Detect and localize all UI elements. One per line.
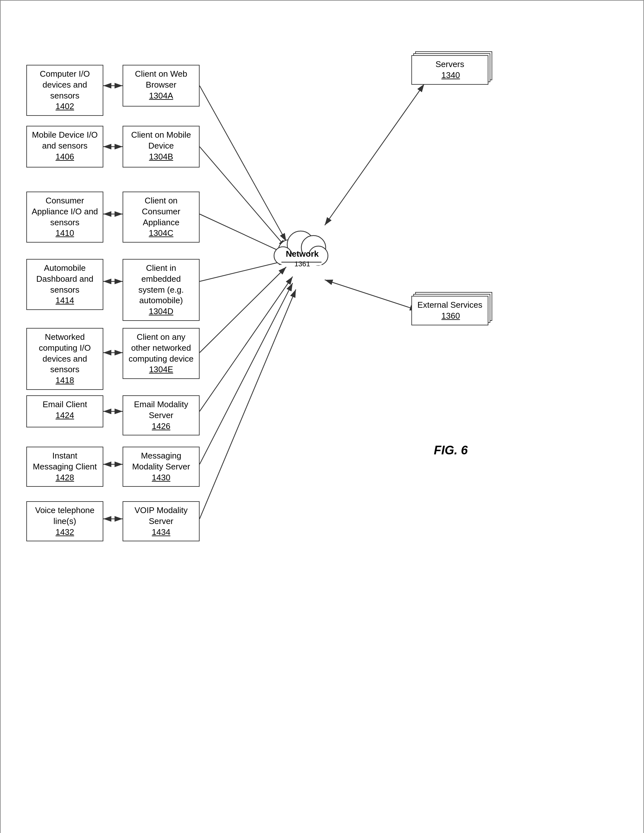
- external-services-stack: External Services 1360: [411, 296, 488, 325]
- client-web-ref: 1304A: [149, 91, 173, 100]
- client-mobile-box: Client on Mobile Device 1304B: [122, 126, 200, 167]
- consumer-io-label: Consumer Appliance I/O and sensors: [32, 196, 98, 227]
- email-modality-box: Email Modality Server 1426: [122, 395, 200, 436]
- networked-io-box: Networked computing I/O devices and sens…: [26, 328, 103, 390]
- network-ref: 1361: [295, 260, 310, 268]
- voice-client-box: Voice telephone line(s) 1432: [26, 501, 103, 541]
- im-client-label: Instant Messaging Client: [33, 451, 97, 471]
- external-services-box: External Services 1360: [411, 296, 488, 325]
- mobile-io-ref: 1406: [56, 152, 74, 161]
- computer-io-box: Computer I/O devices and sensors 1402: [26, 65, 103, 116]
- consumer-io-box: Consumer Appliance I/O and sensors 1410: [26, 191, 103, 243]
- svg-line-19: [200, 289, 296, 519]
- network-label: Network: [286, 249, 319, 259]
- voip-modality-ref: 1434: [152, 527, 171, 537]
- client-web-label: Client on Web Browser: [135, 69, 187, 90]
- client-consumer-box: Client on Consumer Appliance 1304C: [122, 191, 200, 243]
- email-client-box: Email Client 1424: [26, 395, 103, 428]
- networked-io-ref: 1418: [56, 375, 74, 385]
- client-networked-ref: 1304E: [149, 365, 173, 374]
- client-mobile-ref: 1304B: [149, 152, 173, 161]
- network-cloud: Network 1361: [264, 219, 341, 277]
- networked-io-label: Networked computing I/O devices and sens…: [39, 332, 91, 374]
- messaging-modality-box: Messaging Modality Server 1430: [122, 447, 200, 487]
- svg-line-12: [200, 86, 286, 241]
- client-networked-label: Client on any other networked computing …: [129, 332, 193, 363]
- svg-line-18: [200, 283, 293, 464]
- client-embedded-box: Client in embedded system (e.g. automobi…: [122, 259, 200, 321]
- email-modality-ref: 1426: [152, 421, 171, 431]
- servers-ref: 1340: [441, 70, 460, 81]
- svg-line-17: [200, 277, 293, 412]
- auto-io-label: Automobile Dashboard and sensors: [36, 263, 93, 294]
- client-embedded-ref: 1304D: [149, 306, 174, 316]
- im-client-ref: 1428: [56, 473, 74, 482]
- servers-stack: Servers 1340: [411, 55, 488, 84]
- client-embedded-label: Client in embedded system (e.g. automobi…: [138, 263, 184, 305]
- voip-modality-label: VOIP Modality Server: [134, 505, 188, 526]
- auto-io-box: Automobile Dashboard and sensors 1414: [26, 259, 103, 310]
- auto-io-ref: 1414: [56, 296, 74, 305]
- client-web-box: Client on Web Browser 1304A: [122, 65, 200, 106]
- im-client-box: Instant Messaging Client 1428: [26, 447, 103, 487]
- mobile-io-label: Mobile Device I/O and sensors: [32, 130, 98, 151]
- email-client-label: Email Client: [43, 399, 87, 409]
- client-networked-box: Client on any other networked computing …: [122, 328, 200, 379]
- cloud-svg: Network 1361: [264, 219, 341, 277]
- svg-line-20: [325, 84, 424, 225]
- consumer-io-ref: 1410: [56, 228, 74, 238]
- fig-label: FIG. 6: [434, 444, 468, 457]
- client-mobile-label: Client on Mobile Device: [131, 130, 191, 151]
- voice-client-ref: 1432: [56, 527, 74, 537]
- messaging-modality-ref: 1430: [152, 473, 171, 482]
- client-consumer-label: Client on Consumer Appliance: [142, 196, 180, 227]
- mobile-io-box: Mobile Device I/O and sensors 1406: [26, 126, 103, 167]
- external-services-label: External Services: [417, 300, 482, 310]
- email-modality-label: Email Modality Server: [134, 399, 188, 420]
- messaging-modality-label: Messaging Modality Server: [132, 451, 190, 471]
- servers-label: Servers: [435, 59, 464, 70]
- servers-box: Servers 1340: [411, 55, 488, 85]
- voip-modality-box: VOIP Modality Server 1434: [122, 501, 200, 541]
- svg-line-21: [325, 280, 418, 310]
- svg-line-16: [200, 267, 286, 353]
- computer-io-ref: 1402: [56, 101, 74, 111]
- voice-client-label: Voice telephone line(s): [35, 505, 94, 526]
- client-consumer-ref: 1304C: [149, 228, 174, 238]
- email-client-ref: 1424: [56, 410, 74, 420]
- computer-io-label: Computer I/O devices and sensors: [40, 69, 90, 100]
- external-services-ref: 1360: [441, 310, 460, 322]
- diagram: Computer I/O devices and sensors 1402 Cl…: [1, 1, 643, 833]
